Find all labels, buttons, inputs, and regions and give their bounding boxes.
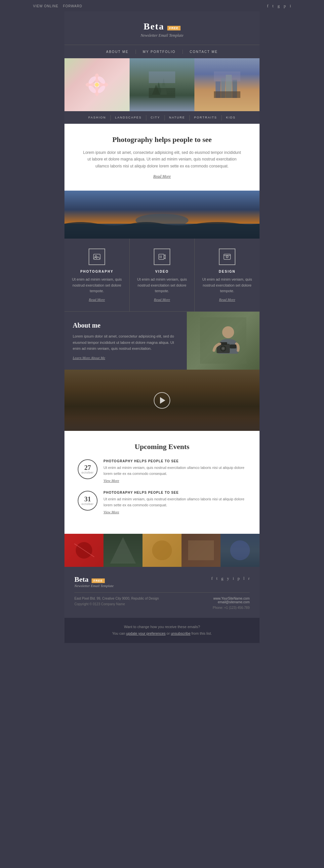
footer-twitter-icon[interactable]: t [216, 576, 218, 581]
twitter-icon[interactable]: t [272, 3, 274, 8]
video-icon-box [154, 249, 170, 265]
hero-images [64, 58, 260, 111]
nav-about[interactable]: ABOUT ME [99, 50, 135, 54]
svg-point-47 [152, 540, 172, 560]
event-item-1: 27 october PHOTOGRAPHY HELPS PEOPLE TO S… [78, 459, 246, 483]
pinterest-icon[interactable]: p [284, 3, 286, 8]
about-body: Lorem ipsum dolor sit amet, consectetur … [73, 333, 179, 352]
service-photography-title: PHOTOGRAPHY [71, 270, 123, 273]
about-text: About me Lorem ipsum dolor sit amet, con… [64, 312, 187, 370]
service-design: DESIGN Ut enim ad minim veniam, quis nos… [195, 239, 260, 311]
video-section [64, 370, 260, 431]
svg-rect-21 [214, 71, 240, 82]
bottom-bar-mid: or [166, 631, 171, 636]
footer-info: East Pixel Bld. 99, Creative City 9000, … [74, 592, 250, 610]
footer-facebook-icon[interactable]: f [211, 576, 213, 581]
article-body: Lorem ipsum dolor sit amet, consectetur … [81, 149, 243, 169]
email-container: Beta FREE Newsletter Email Template ABOU… [64, 11, 260, 643]
event-date-2: 31 october [78, 491, 98, 510]
event-date-num-1: 27 [84, 464, 91, 471]
svg-point-51 [230, 540, 250, 560]
forward-link[interactable]: FORWARD [63, 4, 82, 8]
cat-fashion[interactable]: FASHION [84, 116, 110, 119]
gallery-item-1 [64, 534, 103, 567]
service-photography-link[interactable]: Read More [71, 298, 123, 302]
footer-brand-subtitle: Newsletter Email Template [74, 584, 114, 588]
svg-rect-20 [214, 91, 240, 98]
svg-rect-40 [230, 344, 236, 348]
image-icon [93, 253, 101, 261]
footer-info-left: East Pixel Bld. 99, Creative City 9000, … [74, 597, 159, 610]
event-date-1: 27 october [78, 459, 98, 479]
event-title-1: PHOTOGRAPHY HELPS PEOPLE TO SEE [103, 459, 246, 463]
footer-info-right: www.YourSiteName.com email@sitename.com … [213, 597, 250, 610]
service-design-body: Ut enim ad minim veniam, quis nostrud ex… [201, 277, 253, 294]
gallery-item-4 [182, 534, 221, 567]
event-body-2: Ut enim ad minim veniam, quis nostrud ex… [103, 496, 246, 508]
nav-portfolio[interactable]: MY PORTFOLIO [136, 50, 182, 54]
footer-googleplus-icon[interactable]: g [221, 576, 224, 581]
free-badge: FREE [167, 26, 181, 30]
article-title: Photography helps people to see [81, 135, 243, 144]
footer-phone: Phone: +1 (123) 456-789 [213, 606, 250, 610]
service-photography: PHOTOGRAPHY Ut enim ad minim veniam, qui… [64, 239, 130, 311]
footer-pinterest-icon[interactable]: p [238, 576, 240, 581]
footer-top: Beta FREE Newsletter Email Template f t … [74, 575, 250, 588]
footer-free-badge: FREE [92, 579, 105, 583]
event-link-1[interactable]: View More [103, 478, 246, 483]
play-button[interactable] [154, 392, 170, 409]
brand-title: Beta [143, 21, 164, 31]
photography-icon-box [89, 249, 105, 265]
gallery-item-3 [142, 534, 182, 567]
event-title-2: PHOTOGRAPHY HELPS PEOPLE TO SEE [103, 491, 246, 494]
bottom-bar: Want to change how you receive these ema… [64, 618, 260, 643]
gallery-item-2 [103, 534, 142, 567]
bottom-bar-line1: Want to change how you receive these ema… [71, 624, 253, 630]
footer-email-link[interactable]: email@sitename.com [218, 600, 250, 604]
service-design-link[interactable]: Read More [201, 298, 253, 302]
cat-nature[interactable]: NATURE [165, 116, 189, 119]
footer-social: f t g y i p l r [209, 575, 250, 581]
event-link-2[interactable]: View More [103, 510, 246, 514]
instagram-icon[interactable]: i [290, 3, 291, 8]
cat-landscapes[interactable]: LANDSCAPES [111, 116, 146, 119]
hero-city-image [194, 58, 260, 111]
event-body-1: Ut enim ad minim veniam, quis nostrud ex… [103, 465, 246, 476]
unsubscribe-link[interactable]: unsubscribe [171, 631, 190, 636]
event-item-2: 31 october PHOTOGRAPHY HELPS PEOPLE TO S… [78, 491, 246, 514]
bottom-bar-pre: You can [112, 631, 126, 636]
bottom-bar-line2: You can update your preferences or unsub… [71, 630, 253, 637]
svg-point-34 [222, 326, 234, 338]
cat-kids[interactable]: KIDS [222, 116, 240, 119]
footer: Beta FREE Newsletter Email Template f t … [64, 567, 260, 618]
service-video-link[interactable]: Read More [136, 298, 188, 302]
footer-brand: Beta FREE Newsletter Email Template [74, 575, 114, 588]
svg-point-39 [222, 347, 224, 349]
event-date-num-2: 31 [84, 496, 91, 502]
footer-address: East Pixel Bld. 99, Creative City 9000, … [74, 597, 159, 600]
footer-instagram-icon[interactable]: i [233, 576, 234, 581]
about-photographer-image [187, 312, 260, 370]
top-bar-social: f t g p i [264, 3, 291, 9]
about-learn-more[interactable]: Learn More About Me [73, 356, 179, 360]
top-bar-links: VIEW ONLINE FORWARD [33, 3, 86, 9]
footer-linkedin-icon[interactable]: l [243, 576, 245, 581]
footer-rss-icon[interactable]: r [248, 576, 250, 581]
facebook-icon[interactable]: f [267, 3, 268, 8]
services-section: PHOTOGRAPHY Ut enim ad minim veniam, qui… [64, 239, 260, 311]
event-date-month-1: october [81, 471, 94, 474]
service-video: VIDEO Ut enim ad minim veniam, quis nost… [130, 239, 195, 311]
cat-portraits[interactable]: PORTRAITS [190, 116, 221, 119]
cat-city[interactable]: CITY [147, 116, 164, 119]
service-video-body: Ut enim ad minim veniam, quis nostrud ex… [136, 277, 188, 294]
view-online-link[interactable]: VIEW ONLINE [33, 4, 59, 8]
nav-contact[interactable]: CONTACT ME [183, 50, 225, 54]
footer-youtube-icon[interactable]: y [227, 576, 229, 581]
article-section: Photography helps people to see Lorem ip… [64, 124, 260, 191]
bottom-bar-post: from this list. [190, 631, 212, 636]
googleplus-icon[interactable]: g [278, 3, 280, 8]
event-content-1: PHOTOGRAPHY HELPS PEOPLE TO SEE Ut enim … [103, 459, 246, 483]
article-read-more[interactable]: Read More [81, 174, 243, 179]
footer-website-link[interactable]: www.YourSiteName.com [213, 597, 250, 600]
update-preferences-link[interactable]: update your preferences [126, 631, 166, 636]
